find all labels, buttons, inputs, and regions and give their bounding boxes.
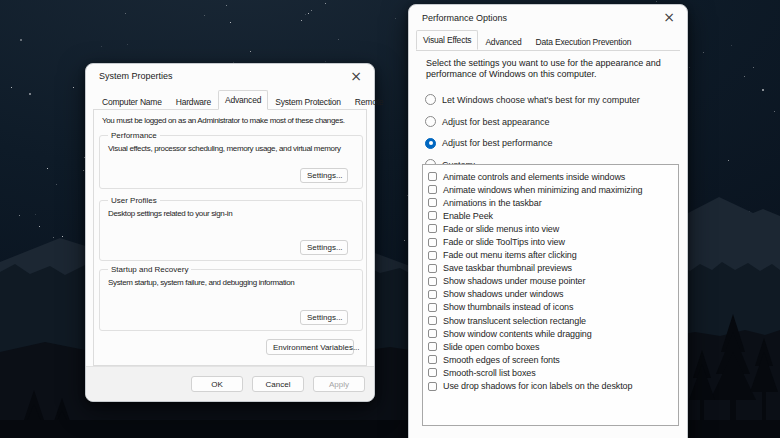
radio-label: Let Windows choose what's best for my co… xyxy=(442,95,640,105)
checkbox-label: Fade or slide menus into view xyxy=(443,224,559,234)
checkbox-row[interactable]: Show window contents while dragging xyxy=(423,327,678,340)
tab-strip: Visual EffectsAdvancedData Execution Pre… xyxy=(416,32,638,50)
footer-button[interactable]: Apply xyxy=(313,376,365,392)
checkbox-row[interactable]: Animate windows when minimizing and maxi… xyxy=(423,183,678,196)
checkbox-label: Show window contents while dragging xyxy=(443,329,592,339)
radio-option[interactable]: Adjust for best appearance xyxy=(425,111,640,133)
group-label: User Profiles xyxy=(108,196,160,205)
group-label: Startup and Recovery xyxy=(108,265,191,274)
intro-text: Select the settings you want to use for … xyxy=(426,58,661,80)
dialog-title: Performance Options xyxy=(422,13,507,23)
environment-variables-button[interactable]: Environment Variables... xyxy=(266,339,354,355)
checkbox-icon[interactable] xyxy=(428,251,437,260)
advanced-tab-page: You must be logged on as an Administrato… xyxy=(93,109,367,366)
tab[interactable]: Hardware xyxy=(169,92,218,110)
checkbox-label: Show shadows under windows xyxy=(443,289,563,299)
checkbox-label: Save taskbar thumbnail previews xyxy=(443,263,572,273)
tab[interactable]: Advanced xyxy=(478,32,528,50)
checkbox-row[interactable]: Show thumbnails instead of icons xyxy=(423,301,678,314)
checkbox-icon[interactable] xyxy=(428,185,437,194)
checkbox-row[interactable]: Smooth-scroll list boxes xyxy=(423,366,678,379)
footer-button[interactable]: Cancel xyxy=(252,376,304,392)
checkbox-icon[interactable] xyxy=(428,277,437,286)
checkbox-icon[interactable] xyxy=(428,382,437,391)
radio-label: Adjust for best performance xyxy=(442,138,553,148)
checkbox-row[interactable]: Show shadows under mouse pointer xyxy=(423,275,678,288)
checkbox-label: Fade out menu items after clicking xyxy=(443,250,577,260)
checkbox-label: Animate controls and elements inside win… xyxy=(443,172,625,182)
checkbox-row[interactable]: Fade out menu items after clicking xyxy=(423,249,678,262)
performance-options-dialog: Performance Options × Visual EffectsAdva… xyxy=(408,4,688,438)
checkbox-row[interactable]: Animate controls and elements inside win… xyxy=(423,170,678,183)
tab[interactable]: Visual Effects xyxy=(416,30,478,50)
tab[interactable]: Advanced xyxy=(218,90,268,110)
checkbox-icon[interactable] xyxy=(428,342,437,351)
checkbox-icon[interactable] xyxy=(428,211,437,220)
checkbox-icon[interactable] xyxy=(428,172,437,181)
tab-strip: Computer NameHardwareAdvancedSystem Prot… xyxy=(95,92,390,110)
checkbox-label: Show shadows under mouse pointer xyxy=(443,276,585,286)
checkbox-row[interactable]: Fade or slide ToolTips into view xyxy=(423,235,678,248)
admin-note: You must be logged on as an Administrato… xyxy=(102,116,345,125)
group-label: Performance xyxy=(108,131,160,140)
checkbox-row[interactable]: Use drop shadows for icon labels on the … xyxy=(423,380,678,393)
checkbox-icon[interactable] xyxy=(428,368,437,377)
group-box: User Profiles Desktop settings related t… xyxy=(99,200,363,261)
checkbox-row[interactable]: Show translucent selection rectangle xyxy=(423,314,678,327)
checkbox-icon[interactable] xyxy=(428,198,437,207)
footer-button[interactable]: OK xyxy=(191,376,243,392)
checkbox-icon[interactable] xyxy=(428,264,437,273)
group-box: Performance Visual effects, processor sc… xyxy=(99,135,363,189)
checkbox-label: Fade or slide ToolTips into view xyxy=(443,237,565,247)
visual-effects-list[interactable]: Animate controls and elements inside win… xyxy=(422,164,679,426)
radio-icon[interactable] xyxy=(425,94,436,105)
group-description: Desktop settings related to your sign-in xyxy=(108,209,232,218)
checkbox-row[interactable]: Show shadows under windows xyxy=(423,288,678,301)
checkbox-row[interactable]: Save taskbar thumbnail previews xyxy=(423,262,678,275)
checkbox-row[interactable]: Fade or slide menus into view xyxy=(423,222,678,235)
system-properties-dialog: System Properties × Computer NameHardwar… xyxy=(85,63,375,402)
checkbox-label: Animations in the taskbar xyxy=(443,198,542,208)
group-box: Startup and Recovery System startup, sys… xyxy=(99,269,363,331)
checkbox-icon[interactable] xyxy=(428,355,437,364)
dialog-title: System Properties xyxy=(99,71,173,81)
desktop: System Properties × Computer NameHardwar… xyxy=(0,0,780,438)
radio-option[interactable]: Let Windows choose what's best for my co… xyxy=(425,89,640,111)
checkbox-label: Smooth edges of screen fonts xyxy=(443,355,560,365)
checkbox-icon[interactable] xyxy=(428,303,437,312)
close-icon[interactable]: × xyxy=(345,67,367,85)
checkbox-icon[interactable] xyxy=(428,290,437,299)
checkbox-row[interactable]: Animations in the taskbar xyxy=(423,196,678,209)
radio-icon[interactable] xyxy=(425,116,436,127)
checkbox-icon[interactable] xyxy=(428,224,437,233)
checkbox-label: Show thumbnails instead of icons xyxy=(443,302,573,312)
close-icon[interactable]: × xyxy=(658,8,680,26)
checkbox-label: Show translucent selection rectangle xyxy=(443,316,586,326)
checkbox-label: Use drop shadows for icon labels on the … xyxy=(443,381,632,391)
checkbox-row[interactable]: Enable Peek xyxy=(423,209,678,222)
settings-button[interactable]: Settings... xyxy=(300,240,348,255)
checkbox-label: Smooth-scroll list boxes xyxy=(443,368,536,378)
tab[interactable]: Computer Name xyxy=(95,92,169,110)
checkbox-icon[interactable] xyxy=(428,329,437,338)
checkbox-icon[interactable] xyxy=(428,316,437,325)
checkbox-row[interactable]: Smooth edges of screen fonts xyxy=(423,353,678,366)
radio-icon[interactable] xyxy=(425,138,436,149)
group-description: System startup, system failure, and debu… xyxy=(108,278,294,287)
tab[interactable]: Remote xyxy=(348,92,391,110)
checkbox-icon[interactable] xyxy=(428,238,437,247)
radio-group: Let Windows choose what's best for my co… xyxy=(425,89,640,176)
tab[interactable]: Data Execution Prevention xyxy=(529,32,639,50)
checkbox-label: Animate windows when minimizing and maxi… xyxy=(443,185,642,195)
tab[interactable]: System Protection xyxy=(268,92,348,110)
dialog-footer: OKCancelApply xyxy=(86,366,374,401)
settings-button[interactable]: Settings... xyxy=(300,168,348,183)
checkbox-label: Slide open combo boxes xyxy=(443,342,539,352)
radio-option[interactable]: Adjust for best performance xyxy=(425,132,640,154)
radio-label: Adjust for best appearance xyxy=(442,117,550,127)
checkbox-row[interactable]: Slide open combo boxes xyxy=(423,340,678,353)
settings-button[interactable]: Settings... xyxy=(300,310,348,325)
checkbox-label: Enable Peek xyxy=(443,211,493,221)
group-description: Visual effects, processor scheduling, me… xyxy=(108,144,341,153)
